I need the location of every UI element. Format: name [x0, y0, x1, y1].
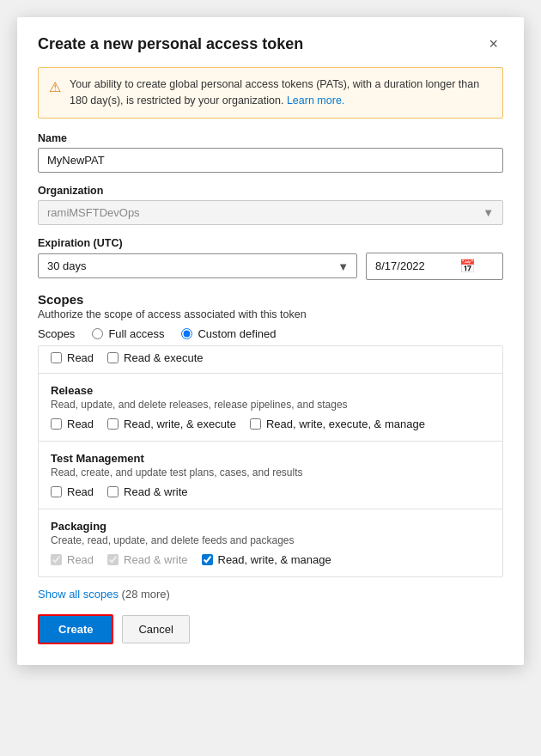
scope-options: Scopes Full access Custom defined: [38, 327, 503, 340]
show-all-scopes-row: Show all scopes (28 more): [38, 577, 503, 614]
partial-readexec-checkbox[interactable]: [107, 352, 119, 363]
packaging-title: Packaging: [51, 520, 490, 533]
org-label: Organization: [38, 185, 503, 197]
release-read-text: Read: [67, 418, 94, 430]
release-readwriteexec-text: Read, write, & execute: [124, 418, 236, 430]
pkg-read-label: Read: [51, 553, 94, 566]
scopes-section: Scopes Authorize the scope of access ass…: [38, 292, 503, 340]
partial-read-label: Read: [67, 351, 94, 364]
scopes-description: Authorize the scope of access associated…: [38, 308, 503, 320]
packaging-desc: Create, read, update, and delete feeds a…: [51, 534, 490, 546]
pkg-read-checkbox: [51, 554, 62, 565]
release-title: Release: [51, 384, 490, 397]
full-access-option[interactable]: Full access: [92, 327, 164, 340]
scope-group-packaging: Packaging Create, read, update, and dele…: [39, 509, 502, 576]
release-read-checkbox[interactable]: [51, 418, 62, 430]
modal-title: Create a new personal access token: [38, 35, 303, 53]
show-all-count: (28 more): [122, 588, 170, 601]
name-label: Name: [38, 132, 503, 144]
org-chevron-icon: ▼: [483, 206, 494, 219]
org-select[interactable]: ramiMSFTDevOps ▼: [38, 200, 503, 225]
scope-group-release: Release Read, update, and delete release…: [39, 374, 502, 442]
packaging-checkboxes: Read Read & write Read, write, & manage: [51, 553, 490, 566]
warning-text: Your ability to create global personal a…: [70, 76, 492, 109]
test-read-label[interactable]: Read: [51, 485, 94, 498]
release-read-label[interactable]: Read: [51, 418, 94, 430]
partial-readexec-checkbox-label[interactable]: Read & execute: [107, 351, 204, 364]
org-field-group: Organization ramiMSFTDevOps ▼: [38, 185, 503, 225]
pkg-readwrite-label: Read & write: [107, 553, 187, 566]
expiry-group: Expiration (UTC) 30 days 60 days 90 days…: [38, 237, 503, 280]
calendar-icon[interactable]: 📅: [459, 259, 476, 274]
test-readwrite-label[interactable]: Read & write: [107, 485, 187, 498]
release-readwriteexecmanage-checkbox[interactable]: [250, 418, 261, 430]
pkg-readwritemanage-checkbox[interactable]: [202, 554, 213, 565]
scope-group-test: Test Management Read, create, and update…: [39, 442, 502, 509]
close-button[interactable]: ×: [483, 34, 503, 53]
learn-more-link[interactable]: Learn more.: [287, 94, 344, 107]
expiry-row: 30 days 60 days 90 days 180 days Custom …: [38, 253, 503, 280]
full-access-radio[interactable]: [92, 328, 103, 339]
create-button[interactable]: Create: [38, 614, 113, 644]
release-readwriteexecmanage-text: Read, write, execute, & manage: [266, 418, 425, 430]
partial-read-checkbox[interactable]: [51, 352, 62, 363]
warning-banner: ⚠ Your ability to create global personal…: [38, 67, 503, 119]
partial-readexec-label: Read & execute: [124, 351, 204, 364]
scopes-title: Scopes: [38, 292, 503, 307]
release-desc: Read, update, and delete releases, relea…: [51, 399, 490, 411]
release-readwriteexec-checkbox[interactable]: [107, 418, 119, 430]
custom-defined-radio[interactable]: [181, 328, 192, 339]
name-input[interactable]: [38, 148, 503, 173]
pkg-readwrite-text: Read & write: [124, 553, 187, 566]
warning-icon: ⚠: [49, 77, 61, 98]
pkg-readwrite-checkbox: [107, 554, 119, 565]
test-title: Test Management: [51, 452, 490, 465]
date-input-wrapper: 📅: [366, 253, 503, 280]
release-readwriteexec-label[interactable]: Read, write, & execute: [107, 418, 236, 430]
date-input[interactable]: [375, 259, 453, 272]
custom-defined-label: Custom defined: [198, 327, 276, 340]
expiry-label: Expiration (UTC): [38, 237, 503, 249]
expiry-select-wrapper: 30 days 60 days 90 days 180 days Custom …: [38, 253, 357, 278]
pkg-read-text: Read: [67, 553, 94, 566]
name-field-group: Name: [38, 132, 503, 173]
test-read-text: Read: [67, 485, 94, 498]
test-read-checkbox[interactable]: [51, 486, 62, 497]
test-readwrite-text: Read & write: [124, 485, 187, 498]
test-readwrite-checkbox[interactable]: [107, 486, 119, 497]
create-pat-modal: Create a new personal access token × ⚠ Y…: [17, 17, 524, 665]
cancel-button[interactable]: Cancel: [122, 615, 189, 643]
pkg-readwritemanage-text: Read, write, & manage: [218, 553, 331, 566]
expiry-select[interactable]: 30 days 60 days 90 days 180 days Custom …: [38, 253, 357, 278]
footer-buttons: Create Cancel: [38, 614, 503, 644]
org-value: ramiMSFTDevOps: [47, 206, 140, 219]
test-checkboxes: Read Read & write: [51, 485, 490, 498]
partial-row: Read Read & execute: [39, 346, 502, 374]
scopes-options-label: Scopes: [38, 327, 75, 340]
scopes-scroll-area[interactable]: Read Read & execute Release Read, update…: [38, 345, 503, 577]
partial-checkboxes: Read Read & execute: [51, 351, 490, 364]
release-checkboxes: Read Read, write, & execute Read, write,…: [51, 418, 490, 430]
show-all-label: Show all scopes: [38, 588, 119, 601]
pkg-readwritemanage-label[interactable]: Read, write, & manage: [202, 553, 331, 566]
full-access-label: Full access: [108, 327, 164, 340]
release-readwriteexecmanage-label[interactable]: Read, write, execute, & manage: [250, 418, 425, 430]
test-desc: Read, create, and update test plans, cas…: [51, 466, 490, 479]
partial-read-checkbox-label[interactable]: Read: [51, 351, 94, 364]
modal-header: Create a new personal access token ×: [38, 34, 503, 53]
custom-defined-option[interactable]: Custom defined: [181, 327, 276, 340]
show-all-link[interactable]: Show all scopes (28 more): [38, 588, 170, 601]
